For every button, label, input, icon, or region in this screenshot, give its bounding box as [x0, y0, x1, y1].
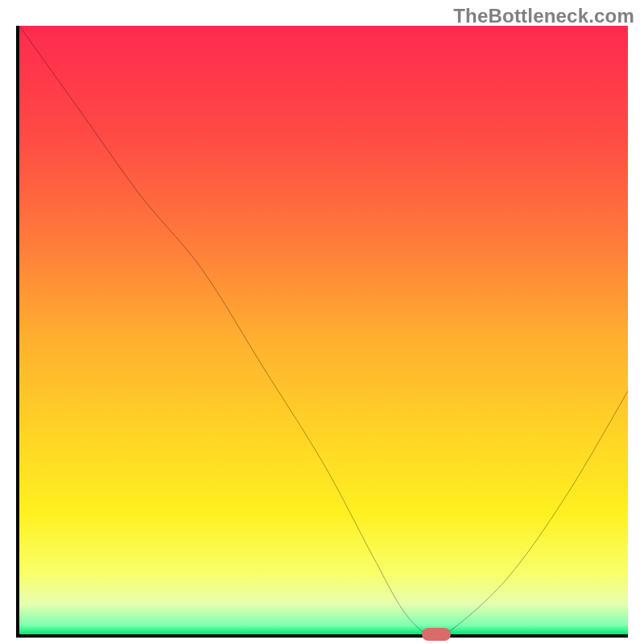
chart-plot-area [16, 26, 628, 638]
attribution-text: TheBottleneck.com [453, 5, 634, 27]
bottleneck-curve [19, 26, 628, 634]
optimal-point-marker [422, 628, 451, 641]
